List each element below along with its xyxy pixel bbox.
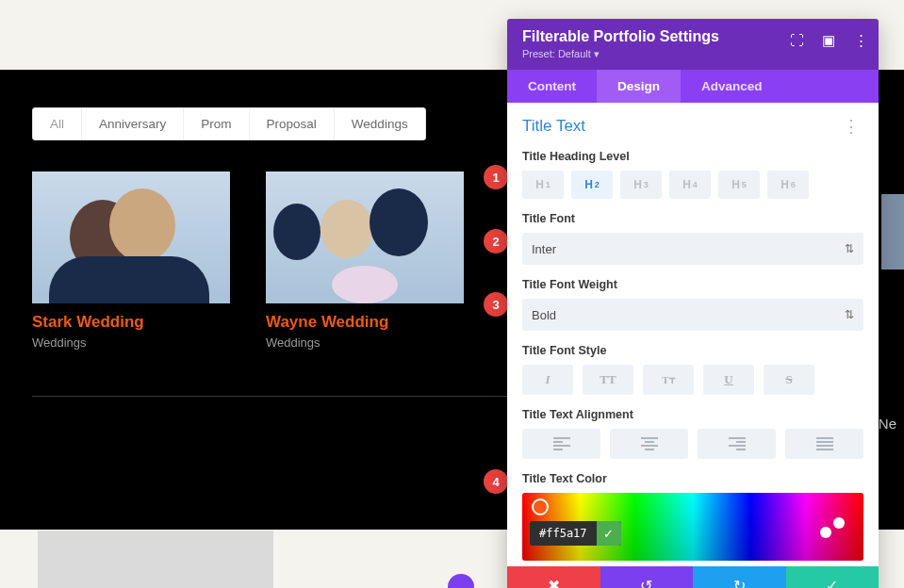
heading-h1[interactable]: H1 bbox=[522, 171, 564, 199]
filter-all[interactable]: All bbox=[33, 108, 82, 139]
select-arrows-icon: ⇅ bbox=[845, 242, 854, 255]
portfolio-filters: All Anniversary Prom Proposal Weddings bbox=[32, 107, 426, 140]
label-style: Title Font Style bbox=[522, 344, 863, 357]
portfolio-title: Stark Wedding bbox=[32, 313, 230, 332]
style-uppercase-button[interactable]: TT bbox=[583, 365, 633, 395]
color-picker[interactable]: #ff5a17 ✓ bbox=[522, 493, 863, 561]
weight-value: Bold bbox=[532, 308, 556, 322]
style-underline-button[interactable]: U bbox=[703, 365, 754, 395]
style-smallcaps-button[interactable]: Tᴛ bbox=[643, 365, 694, 395]
cancel-button[interactable]: ✖ bbox=[507, 566, 600, 588]
content-peek bbox=[38, 531, 273, 588]
label-font: Title Font bbox=[522, 212, 863, 225]
chevron-down-icon: ▾ bbox=[594, 48, 600, 59]
panel-tabs: Content Design Advanced bbox=[507, 70, 879, 103]
portfolio-category: Weddings bbox=[266, 335, 464, 350]
settings-panel: Filterable Portfolio Settings Preset: De… bbox=[507, 19, 879, 588]
heading-h5[interactable]: H5 bbox=[718, 171, 760, 199]
portfolio-thumbnail bbox=[266, 172, 464, 303]
label-color: Title Text Color bbox=[522, 472, 863, 485]
color-confirm-button[interactable]: ✓ bbox=[597, 521, 621, 546]
kebab-menu-icon[interactable]: ⋮ bbox=[852, 32, 869, 49]
weight-select[interactable]: Bold ⇅ bbox=[522, 299, 863, 331]
style-strike-button[interactable]: S bbox=[764, 365, 814, 395]
panel-action-bar: ✖ ↺ ↻ ✓ bbox=[507, 566, 879, 588]
label-weight: Title Font Weight bbox=[522, 278, 863, 291]
heading-h2[interactable]: H2 bbox=[571, 171, 613, 199]
annotation-dot-4: 4 bbox=[484, 469, 508, 494]
color-hex-input[interactable]: #ff5a17 bbox=[530, 521, 597, 546]
align-center-button[interactable] bbox=[610, 429, 688, 459]
portfolio-card[interactable]: Wayne Wedding Weddings bbox=[266, 172, 464, 350]
portfolio-card[interactable]: Stark Wedding Weddings bbox=[32, 172, 230, 350]
color-handle[interactable] bbox=[820, 527, 831, 538]
tab-advanced[interactable]: Advanced bbox=[681, 70, 783, 103]
portfolio-cards: Stark Wedding Weddings Wayne Wedding Wed… bbox=[32, 172, 464, 350]
heading-h6[interactable]: H6 bbox=[767, 171, 809, 199]
color-handle[interactable] bbox=[833, 517, 845, 529]
next-link[interactable]: Ne bbox=[879, 416, 896, 432]
tab-content[interactable]: Content bbox=[507, 70, 597, 103]
expand-icon[interactable]: ⛶ bbox=[788, 32, 805, 49]
portfolio-thumbnail bbox=[32, 172, 230, 303]
color-swatch[interactable] bbox=[532, 498, 549, 515]
portfolio-title: Wayne Wedding bbox=[266, 313, 464, 332]
annotation-dot-1: 1 bbox=[484, 165, 508, 189]
font-value: Inter bbox=[532, 242, 556, 256]
label-heading-level: Title Heading Level bbox=[522, 150, 863, 163]
module-add-button[interactable] bbox=[448, 574, 474, 588]
heading-h3[interactable]: H3 bbox=[620, 171, 662, 199]
undo-button[interactable]: ↺ bbox=[600, 566, 694, 588]
filter-prom[interactable]: Prom bbox=[184, 108, 249, 139]
style-italic-button[interactable]: I bbox=[522, 365, 573, 395]
portfolio-category: Weddings bbox=[32, 335, 230, 350]
heading-h4[interactable]: H4 bbox=[669, 171, 711, 199]
redo-button[interactable]: ↻ bbox=[693, 566, 786, 588]
align-left-button[interactable] bbox=[522, 429, 600, 459]
filter-weddings[interactable]: Weddings bbox=[335, 108, 425, 139]
font-select[interactable]: Inter ⇅ bbox=[522, 233, 863, 265]
align-justify-button[interactable] bbox=[785, 429, 863, 459]
annotation-dot-2: 2 bbox=[484, 229, 508, 253]
tab-design[interactable]: Design bbox=[597, 70, 681, 103]
align-right-button[interactable] bbox=[698, 429, 776, 459]
select-arrows-icon: ⇅ bbox=[845, 308, 854, 321]
panel-preset[interactable]: Preset: Default ▾ bbox=[522, 48, 863, 60]
save-button[interactable]: ✓ bbox=[786, 566, 879, 588]
panel-header[interactable]: Filterable Portfolio Settings Preset: De… bbox=[507, 19, 879, 70]
section-menu-icon[interactable]: ⋮ bbox=[839, 116, 863, 137]
photo-peek bbox=[881, 194, 904, 270]
section-title[interactable]: Title Text bbox=[522, 117, 585, 136]
filter-anniversary[interactable]: Anniversary bbox=[82, 108, 184, 139]
filter-proposal[interactable]: Proposal bbox=[250, 108, 335, 139]
heading-level-row: H1 H2 H3 H4 H5 H6 bbox=[522, 171, 863, 199]
label-align: Title Text Alignment bbox=[522, 408, 863, 421]
responsive-icon[interactable]: ▣ bbox=[820, 32, 837, 49]
annotation-dot-3: 3 bbox=[484, 292, 508, 317]
